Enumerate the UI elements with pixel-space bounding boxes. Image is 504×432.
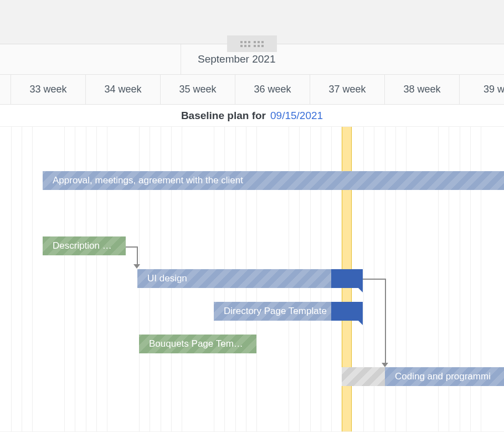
splitter-handle[interactable]: [227, 35, 277, 52]
baseline-date-link[interactable]: 09/15/2021: [270, 110, 323, 122]
week-cell[interactable]: 34 week: [86, 75, 161, 104]
task-bar-ui-design[interactable]: UI design: [137, 269, 331, 288]
week-cell[interactable]: 36 week: [235, 75, 310, 104]
week-cell[interactable]: 33 week: [11, 75, 86, 104]
task-bar-ui-design-actual[interactable]: [331, 269, 363, 288]
task-label: Description …: [53, 240, 112, 251]
task-label: UI design: [147, 273, 187, 284]
baseline-label: Baseline plan for: [181, 110, 266, 122]
task-bar-coding[interactable]: Coding and programmi: [385, 367, 504, 386]
baseline-row: Baseline plan for 09/15/2021: [0, 105, 504, 127]
month-label: September 2021: [198, 53, 276, 65]
dependency-line: [126, 246, 137, 248]
task-label: Bouquets Page Tem…: [149, 338, 243, 349]
task-bar-coding-baseline[interactable]: [342, 367, 385, 386]
week-cell[interactable]: 37 week: [310, 75, 385, 104]
week-cell[interactable]: 39 we: [460, 75, 504, 104]
task-bar-bouquets[interactable]: Bouquets Page Tem…: [139, 335, 256, 353]
timeline-week-header: 33 week 34 week 35 week 36 week 37 week …: [0, 75, 504, 105]
task-bar-description[interactable]: Description …: [43, 236, 126, 255]
task-label: Coding and programmi: [395, 371, 491, 382]
splitter-dots-icon: [240, 41, 250, 47]
dependency-arrow-icon: [382, 363, 388, 367]
month-divider: [181, 44, 181, 74]
dependency-line: [385, 279, 386, 363]
dependency-line: [137, 246, 138, 264]
splitter-dots-icon: [254, 41, 264, 47]
week-cell[interactable]: 35 week: [161, 75, 235, 104]
dependency-arrow-icon: [133, 264, 140, 269]
task-label: Directory Page Template: [224, 306, 327, 317]
task-label: Approval, meetings, agreement with the c…: [53, 175, 243, 186]
task-bar-approval[interactable]: Approval, meetings, agreement with the c…: [43, 171, 504, 190]
task-bar-directory-actual[interactable]: [331, 302, 363, 321]
task-bar-directory[interactable]: Directory Page Template: [214, 302, 331, 321]
week-cell-spacer: [0, 75, 11, 104]
top-panel: [0, 0, 504, 44]
gantt-chart-area[interactable]: Approval, meetings, agreement with the c…: [0, 127, 504, 431]
week-cell[interactable]: 38 week: [385, 75, 460, 104]
dependency-line: [363, 279, 385, 280]
